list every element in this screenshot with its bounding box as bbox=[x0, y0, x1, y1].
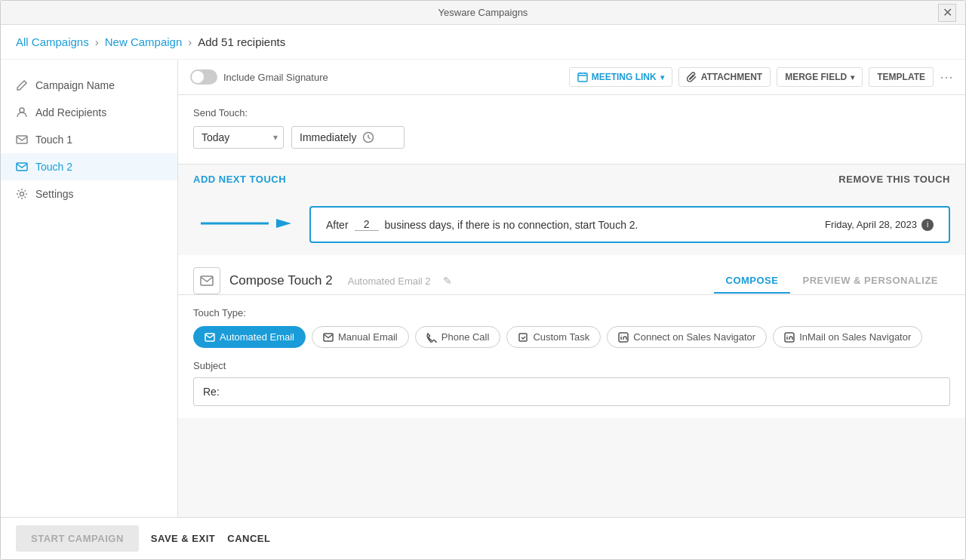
attachment-button[interactable]: ATTACHMENT bbox=[678, 67, 771, 87]
compose-header: Compose Touch 2 Automated Email 2 ✎ COMP… bbox=[178, 255, 965, 294]
touch-type-label-manual: Manual Email bbox=[338, 331, 398, 343]
sidebar-item-label: Touch 1 bbox=[35, 134, 72, 146]
arrow-graphic bbox=[193, 208, 291, 242]
connection-suffix: business days, if there is no connection… bbox=[385, 219, 638, 231]
add-remove-row: ADD NEXT TOUCH REMOVE THIS TOUCH bbox=[178, 165, 965, 194]
touch-type-label-automated: Automated Email bbox=[220, 331, 294, 343]
touch-type-label-custom: Custom Task bbox=[533, 331, 589, 343]
merge-field-button[interactable]: MERGE FIELD ▾ bbox=[777, 67, 863, 87]
modal-wrapper: Yesware Campaigns ✕ All Campaigns › New … bbox=[0, 0, 966, 560]
modal-title: Yesware Campaigns bbox=[438, 7, 528, 18]
cancel-button[interactable]: CANCEL bbox=[227, 533, 270, 544]
touch-type-row: Automated Email Manual Email bbox=[178, 326, 965, 348]
more-options-button[interactable]: ⋯ bbox=[940, 69, 953, 85]
tab-preview-personalize[interactable]: PREVIEW & PERSONALIZE bbox=[790, 269, 950, 294]
compose-tabs: COMPOSE PREVIEW & PERSONALIZE bbox=[714, 269, 951, 294]
email-icon-active bbox=[16, 161, 28, 173]
compose-title-left: Compose Touch 2 Automated Email 2 ✎ bbox=[193, 267, 452, 294]
sidebar: Campaign Name Add Recipients Touch 1 bbox=[1, 60, 178, 517]
touch-type-inmail-sales-nav[interactable]: InMail on Sales Navigator bbox=[773, 326, 922, 348]
day-select-wrapper: Today Tomorrow Monday In X days bbox=[193, 126, 284, 149]
remove-touch-button[interactable]: REMOVE THIS TOUCH bbox=[838, 174, 950, 185]
breadcrumb: All Campaigns › New Campaign › Add 51 re… bbox=[1, 25, 965, 60]
touch-type-custom-task[interactable]: Custom Task bbox=[506, 326, 601, 348]
compose-title: Compose Touch 2 bbox=[229, 273, 333, 288]
linkedin-inmail-icon bbox=[784, 332, 795, 343]
time-field: Immediately bbox=[291, 126, 405, 149]
sidebar-item-label: Touch 2 bbox=[35, 161, 72, 173]
touch-type-phone-call[interactable]: Phone Call bbox=[415, 326, 501, 348]
touch-type-manual-email[interactable]: Manual Email bbox=[312, 326, 409, 348]
breadcrumb-all-campaigns[interactable]: All Campaigns bbox=[16, 35, 89, 48]
send-touch-label: Send Touch: bbox=[193, 107, 950, 118]
svg-rect-10 bbox=[519, 334, 527, 341]
svg-point-0 bbox=[20, 108, 24, 112]
time-value: Immediately bbox=[300, 131, 356, 143]
svg-marker-6 bbox=[276, 219, 291, 228]
gmail-signature-toggle[interactable] bbox=[190, 69, 217, 85]
sidebar-item-settings[interactable]: Settings bbox=[1, 180, 177, 208]
attachment-icon bbox=[687, 72, 697, 82]
touch-type-label-inmail: InMail on Sales Navigator bbox=[799, 331, 911, 343]
info-icon[interactable]: i bbox=[921, 219, 934, 231]
template-button[interactable]: TEMPLATE bbox=[869, 67, 934, 87]
merge-field-label: MERGE FIELD bbox=[785, 72, 847, 82]
tab-compose[interactable]: COMPOSE bbox=[714, 269, 791, 294]
toolbar-section: Include Gmail Signature MEETING LINK ▾ A… bbox=[178, 60, 965, 95]
sidebar-item-campaign-name[interactable]: Campaign Name bbox=[1, 72, 177, 99]
sidebar-item-touch2[interactable]: Touch 2 bbox=[1, 153, 177, 180]
meeting-link-chevron: ▾ bbox=[660, 73, 664, 82]
gmail-signature-label: Include Gmail Signature bbox=[223, 72, 328, 83]
arrow-svg bbox=[193, 208, 291, 238]
attachment-label: ATTACHMENT bbox=[701, 72, 763, 82]
merge-field-chevron: ▾ bbox=[851, 73, 854, 82]
touch-type-automated-email[interactable]: Automated Email bbox=[193, 326, 306, 348]
connection-days-input[interactable] bbox=[355, 218, 379, 231]
send-touch-row: Today Tomorrow Monday In X days Immediat… bbox=[193, 126, 950, 149]
phone-icon bbox=[426, 332, 437, 343]
touch-type-connect-sales-nav[interactable]: Connect on Sales Navigator bbox=[607, 326, 767, 348]
meeting-link-label: MEETING LINK bbox=[592, 72, 657, 82]
svg-rect-2 bbox=[17, 163, 27, 171]
person-icon bbox=[16, 106, 28, 118]
email-icon bbox=[16, 134, 28, 146]
touch-type-label-phone: Phone Call bbox=[441, 331, 490, 343]
manual-email-icon bbox=[323, 332, 334, 343]
sidebar-item-label: Settings bbox=[35, 188, 74, 200]
close-button[interactable]: ✕ bbox=[938, 4, 956, 22]
footer-bar: START CAMPAIGN SAVE & EXIT CANCEL bbox=[1, 517, 965, 559]
day-select[interactable]: Today Tomorrow Monday In X days bbox=[193, 126, 284, 149]
save-exit-button[interactable]: SAVE & EXIT bbox=[151, 533, 215, 544]
send-touch-section: Send Touch: Today Tomorrow Monday In X d… bbox=[178, 95, 965, 165]
sidebar-item-add-recipients[interactable]: Add Recipients bbox=[1, 99, 177, 126]
linkedin-connect-icon bbox=[618, 332, 629, 343]
connection-prefix: After bbox=[326, 219, 349, 231]
automated-email-icon bbox=[205, 332, 215, 343]
date-display: Friday, April 28, 2023 i bbox=[825, 219, 934, 231]
svg-point-3 bbox=[20, 192, 24, 196]
start-campaign-button[interactable]: START CAMPAIGN bbox=[16, 525, 139, 552]
sidebar-item-label: Add Recipients bbox=[35, 106, 106, 118]
edit-icon[interactable]: ✎ bbox=[443, 275, 452, 287]
sidebar-item-touch1[interactable]: Touch 1 bbox=[1, 126, 177, 153]
automated-label: Automated Email 2 bbox=[348, 275, 431, 287]
breadcrumb-add-recipients: Add 51 recipients bbox=[198, 35, 285, 48]
compose-icon-box bbox=[193, 267, 220, 294]
modal-title-bar: Yesware Campaigns ✕ bbox=[1, 1, 965, 25]
meeting-link-button[interactable]: MEETING LINK ▾ bbox=[569, 67, 672, 87]
breadcrumb-sep1: › bbox=[95, 35, 99, 48]
subject-label: Subject bbox=[193, 360, 950, 371]
breadcrumb-sep2: › bbox=[188, 35, 192, 48]
add-next-touch-button[interactable]: ADD NEXT TOUCH bbox=[193, 174, 286, 185]
gear-icon bbox=[16, 188, 28, 200]
compose-email-icon bbox=[199, 273, 214, 288]
subject-section: Subject bbox=[178, 348, 965, 406]
sidebar-item-label: Campaign Name bbox=[35, 79, 115, 91]
svg-rect-1 bbox=[17, 136, 27, 143]
template-label: TEMPLATE bbox=[877, 72, 925, 82]
calendar-icon bbox=[577, 72, 588, 82]
svg-rect-4 bbox=[578, 73, 587, 82]
breadcrumb-new-campaign[interactable]: New Campaign bbox=[105, 35, 183, 48]
toggle-knob bbox=[192, 71, 204, 83]
subject-input[interactable] bbox=[193, 377, 950, 406]
